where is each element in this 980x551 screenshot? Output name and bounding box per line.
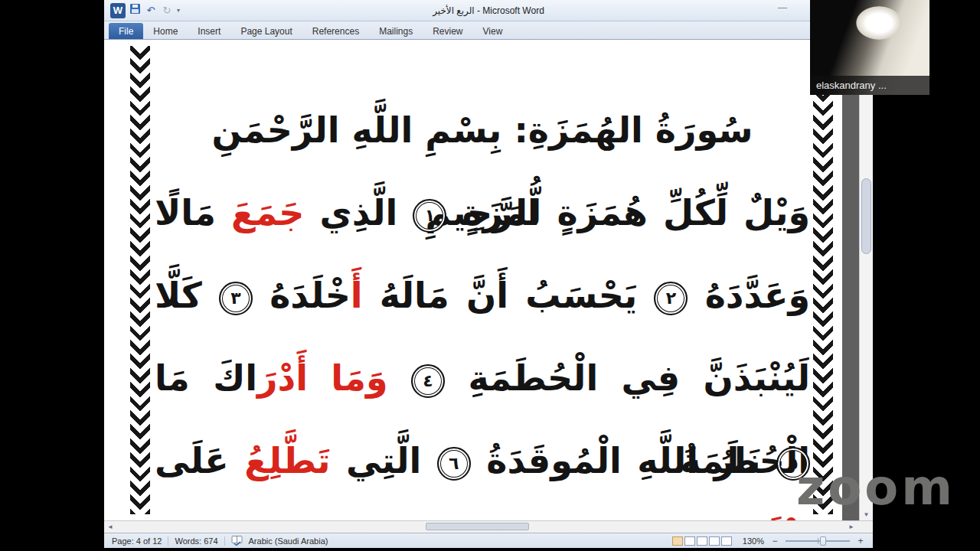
zoom-out-button[interactable]: −: [770, 536, 779, 546]
quran-text: سُورَةُ الهُمَزَةِ: بِسْمِ اللَّهِ الرَّ…: [155, 89, 810, 502]
quran-segment: كَلَّا: [155, 275, 202, 316]
quran-segment: خْلَدَهُ: [270, 275, 351, 316]
quran-line-4: لَيُنْبَذَنَّ فِي الْحُطَمَةِ ٤ وَمَا أَ…: [155, 337, 810, 419]
zoom-level[interactable]: 130%: [743, 536, 764, 546]
status-bar: Page: 4 of 12 Words: 674 Arabic (Saudi A…: [104, 533, 873, 548]
title-bar[interactable]: W ↶ ↻ ▾ الربع الأخير - Microsoft Word —: [104, 0, 873, 21]
ayah-marker: ٦: [437, 447, 471, 481]
zoom-watermark: zoom: [796, 459, 956, 516]
vertical-scrollbar-thumb[interactable]: [861, 178, 871, 254]
vertical-scrollbar[interactable]: ▲ ▼: [859, 40, 873, 520]
tab-view[interactable]: View: [473, 23, 513, 39]
tab-page-layout[interactable]: Page Layout: [230, 23, 302, 39]
quran-segment: وَعَدَّدَهُ: [705, 275, 810, 316]
tab-home[interactable]: Home: [143, 23, 188, 39]
web-layout-view-icon[interactable]: [697, 536, 707, 546]
minimize-button[interactable]: —: [778, 2, 787, 13]
tab-mailings[interactable]: Mailings: [369, 23, 423, 39]
quran-line-3: وَعَدَّدَهُ ٢ يَحْسَبُ أَنَّ مَالَهُ أَخ…: [155, 254, 810, 337]
window-title: الربع الأخير - Microsoft Word: [104, 5, 873, 16]
quran-segment: أَ: [351, 275, 363, 316]
quran-segment: تَطَّلِعُ: [244, 440, 330, 481]
ayah-marker: ١: [413, 199, 446, 233]
tab-insert[interactable]: Insert: [188, 23, 230, 39]
tab-references[interactable]: References: [302, 23, 369, 39]
separator: [168, 536, 168, 546]
ceiling-fan: [856, 6, 902, 40]
quran-segment: يَحْسَبُ أَنَّ مَالَهُ: [380, 275, 637, 316]
quran-segment: مَالًا: [155, 192, 216, 233]
zoom-slider[interactable]: [786, 536, 850, 546]
horizontal-scrollbar[interactable]: ◄ ►: [104, 520, 873, 533]
ribbon-tabs: FileHomeInsertPage LayoutReferencesMaili…: [104, 21, 873, 40]
zoom-in-button[interactable]: +: [856, 536, 865, 546]
separator: [224, 536, 225, 546]
page-border-left: [130, 46, 150, 514]
quran-segment: عَلَى: [155, 440, 229, 481]
ayah-marker: ٤: [411, 364, 445, 398]
page-border-right: [813, 46, 833, 514]
ayah-marker: ٣: [219, 282, 253, 315]
tab-file[interactable]: File: [109, 23, 143, 39]
customize-quick-access-icon[interactable]: ▾: [177, 7, 180, 14]
word-window: W ↶ ↻ ▾ الربع الأخير - Microsoft Word — …: [104, 0, 873, 548]
print-layout-view-icon[interactable]: [672, 536, 683, 546]
redo-icon[interactable]: ↻: [161, 5, 173, 17]
view-shortcuts: [672, 536, 732, 546]
page-indicator[interactable]: Page: 4 of 12: [112, 536, 162, 546]
language-indicator[interactable]: Arabic (Saudi Arabia): [249, 536, 328, 546]
quran-segment: جَمَعَ: [231, 192, 304, 233]
word-logo-icon[interactable]: W: [110, 3, 126, 18]
save-icon[interactable]: [129, 3, 141, 18]
quran-segment: وَيْلٌ لِّكُلِّ هُمَزَةٍ لُّمَزَةٍ: [462, 192, 810, 233]
draft-view-icon[interactable]: [721, 536, 732, 546]
ayah-marker: ٢: [654, 282, 688, 315]
full-screen-reading-view-icon[interactable]: [684, 536, 695, 546]
tab-review[interactable]: Review: [423, 23, 472, 39]
quran-segment: نَارُ اللَّهِ الْمُوقَدَةُ: [486, 440, 760, 481]
participant-video[interactable]: elaskandrany ...: [810, 0, 929, 95]
quran-line-2: وَيْلٌ لِّكُلِّ هُمَزَةٍ لُّمَزَةٍ ١ الَ…: [155, 171, 810, 254]
zoom-slider-thumb[interactable]: [820, 536, 826, 546]
quran-segment: وَمَا أَدْرَ: [257, 357, 388, 399]
quran-segment: لَيُنْبَذَنَّ فِي الْحُطَمَةِ: [468, 357, 810, 399]
quran-segment: الَّذِي: [320, 192, 398, 233]
scroll-left-icon[interactable]: ◄: [104, 521, 116, 533]
document-page[interactable]: سُورَةُ الهُمَزَةِ: بِسْمِ اللَّهِ الرَّ…: [104, 40, 842, 520]
scroll-right-icon[interactable]: ►: [845, 521, 858, 533]
quick-access-toolbar: W ↶ ↻ ▾: [110, 3, 180, 18]
participant-name: elaskandrany ...: [810, 76, 929, 95]
document-area: سُورَةُ الهُمَزَةِ: بِسْمِ اللَّهِ الرَّ…: [104, 40, 873, 520]
quran-segment: الَّتِي: [346, 440, 421, 481]
quran-line-5: ٥ نَارُ اللَّهِ الْمُوقَدَةُ ٦ الَّتِي ت…: [155, 419, 810, 502]
quran-line-1: سُورَةُ الهُمَزَةِ: بِسْمِ اللَّهِ الرَّ…: [155, 89, 810, 171]
undo-icon[interactable]: ↶: [145, 5, 157, 17]
outline-view-icon[interactable]: [709, 536, 720, 546]
word-count[interactable]: Words: 674: [175, 536, 217, 546]
spellcheck-icon[interactable]: [231, 535, 243, 547]
horizontal-scrollbar-thumb[interactable]: [426, 523, 529, 530]
